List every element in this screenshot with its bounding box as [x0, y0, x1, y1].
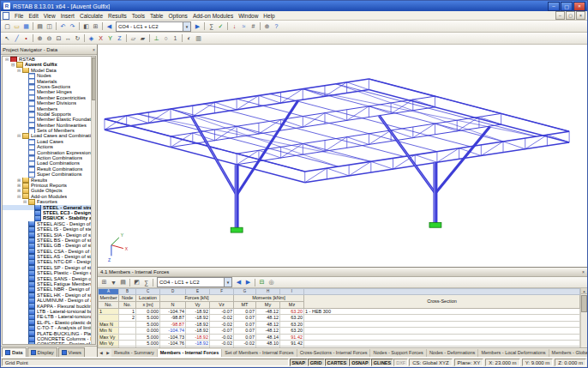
table-tab-set-of-members-internal-forces[interactable]: Set of Members - Internal Forces [222, 349, 297, 357]
data-cell[interactable]: -104.76 [160, 341, 186, 347]
nodal-support[interactable] [429, 222, 441, 227]
table-scrollbar[interactable]: ▲ [580, 288, 587, 347]
truss-diagonal[interactable] [325, 113, 347, 121]
mdi-minimize-button[interactable]: – [555, 11, 565, 20]
truss-diagonal[interactable] [347, 106, 369, 121]
data-cell[interactable]: 91.42 [280, 334, 304, 340]
collapse-icon[interactable]: ⊟ [22, 199, 27, 204]
table-tab-members-global-deformations[interactable]: Members - Global Deformations [549, 349, 587, 357]
purlin[interactable] [171, 109, 371, 161]
new-node-icon[interactable]: • [21, 33, 31, 43]
menu-results[interactable]: Results [105, 13, 129, 19]
menu-calculate[interactable]: Calculate [77, 13, 105, 19]
truss-diagonal[interactable] [347, 137, 369, 145]
zoom-window-icon[interactable]: ⊡ [54, 33, 63, 43]
column-letter-F[interactable]: F [210, 289, 234, 295]
display-solid-icon[interactable]: ▰ [138, 33, 147, 43]
truss-diagonal[interactable] [503, 142, 525, 149]
menu-help[interactable]: Help [261, 13, 277, 19]
add-on-modules-icon[interactable]: ⊕ [262, 21, 272, 31]
data-cell[interactable]: 0.07 [234, 315, 256, 321]
data-cell[interactable]: 48.10 [256, 341, 280, 347]
truss-diagonal[interactable] [415, 155, 437, 163]
purlin[interactable] [105, 119, 305, 172]
status-toggle-glines[interactable]: GLINES [371, 359, 393, 366]
close-button[interactable]: × [573, 2, 585, 11]
data-cell[interactable]: 1 - HEB 300 [304, 309, 580, 315]
data-cell[interactable]: 91.42 [280, 341, 304, 347]
row-header-cell[interactable]: 1 [99, 309, 119, 315]
data-cell[interactable] [119, 321, 136, 327]
purlin[interactable] [270, 94, 471, 146]
table-tab-cross-sections-internal-forces[interactable]: Cross-Sections - Internal Forces [297, 349, 371, 357]
data-cell[interactable]: -98.87 [160, 321, 186, 327]
show-hinges-icon[interactable]: ○ [161, 33, 171, 43]
view-in-z-icon[interactable]: Z [115, 33, 124, 43]
data-cell[interactable]: -18.92 [186, 309, 210, 315]
data-cell[interactable]: 0.07 [234, 321, 256, 327]
data-cell[interactable] [304, 328, 580, 334]
select-pointer-icon[interactable]: ↖ [3, 33, 12, 43]
load-case-selector[interactable]: CO4 - LC1 + LC2▾ [116, 21, 191, 32]
check-model-icon[interactable]: ✓ [216, 21, 225, 31]
status-toggle-grid[interactable]: GRID [308, 359, 325, 366]
show-tables-icon[interactable]: ⊞ [91, 21, 100, 31]
menu-tools[interactable]: Tools [129, 13, 147, 19]
open-icon[interactable]: ▭ [12, 21, 21, 31]
data-cell[interactable]: -18.92 [186, 341, 210, 347]
table-tab-members-internal-forces[interactable]: Members - Internal Forces [158, 349, 222, 357]
print-icon[interactable]: ▤ [35, 21, 45, 31]
row-header-cell[interactable]: Max Vy [99, 334, 119, 340]
truss-diagonal[interactable] [369, 130, 391, 145]
edge-beam[interactable] [369, 90, 569, 142]
row-header-cell[interactable]: Min Vy [99, 341, 119, 347]
new-member-icon[interactable]: ╱ [12, 33, 21, 43]
show-supports-icon[interactable]: ⊥ [152, 33, 161, 43]
data-cell[interactable] [304, 341, 580, 347]
data-cell[interactable]: 48.14 [256, 334, 280, 340]
clipping-planes-icon[interactable]: ▥ [194, 33, 203, 43]
tab-scroll-left-icon[interactable]: ◀ [98, 351, 105, 355]
menu-table[interactable]: Table [147, 13, 166, 19]
truss-diagonal[interactable] [214, 102, 237, 110]
status-toggle-dxf[interactable]: DXF [393, 359, 408, 366]
collapse-icon[interactable]: ⊟ [16, 194, 21, 199]
data-cell[interactable]: -0.02 [210, 341, 234, 347]
data-cell[interactable]: 0.000 [136, 328, 160, 334]
truss-diagonal[interactable] [325, 137, 347, 152]
row-header-cell[interactable]: Max N [99, 321, 119, 327]
max-values-icon[interactable]: ∑ [141, 278, 151, 287]
new-icon[interactable]: ▢ [3, 21, 12, 31]
truss-diagonal[interactable] [413, 124, 435, 138]
zoom-out-icon[interactable]: ⊖ [45, 33, 54, 43]
save-icon[interactable]: ▦ [21, 21, 31, 31]
data-cell[interactable]: 5.000 [136, 321, 160, 327]
copy-icon[interactable]: ◫ [45, 21, 54, 31]
undo-icon[interactable]: ↶ [58, 21, 68, 31]
column-letter-B[interactable]: B [119, 289, 136, 295]
data-cell[interactable]: -48.12 [256, 309, 280, 315]
data-cell[interactable]: 63.20 [280, 328, 304, 334]
show-loads-icon[interactable]: ↓ [230, 21, 239, 31]
data-cell[interactable] [304, 334, 580, 340]
previous-load-case-icon[interactable]: ◀ [105, 21, 114, 31]
menu-add-on-modules[interactable]: Add-on Modules [190, 13, 236, 19]
collapse-icon[interactable]: ⊟ [4, 57, 9, 62]
menu-file[interactable]: File [12, 13, 26, 19]
viewport-3d[interactable]: XYZ [98, 45, 587, 267]
rotate-view-icon[interactable]: ↻ [73, 33, 82, 43]
row-header-cell[interactable]: Min N [99, 328, 119, 334]
table-filter-icon[interactable]: ▼ [109, 278, 118, 287]
truss-diagonal[interactable] [237, 150, 259, 165]
purlin[interactable] [303, 89, 503, 142]
navigator-tree[interactable]: ⊟RSTAB⊟Auvent Gulfix⊟Model DataNodesMate… [2, 56, 96, 345]
data-cell[interactable]: -18.92 [186, 328, 210, 334]
data-cell[interactable]: -104.74 [160, 328, 186, 334]
data-cell[interactable]: 48.12 [256, 315, 280, 321]
column-letter-H[interactable]: H [256, 289, 280, 295]
calculate-all-icon[interactable]: ∑ [207, 21, 216, 31]
menu-view[interactable]: View [41, 13, 58, 19]
table-panel-close-icon[interactable]: × [582, 269, 585, 274]
data-cell[interactable]: 5.000 [136, 334, 160, 340]
help-icon[interactable]: ? [272, 21, 281, 31]
